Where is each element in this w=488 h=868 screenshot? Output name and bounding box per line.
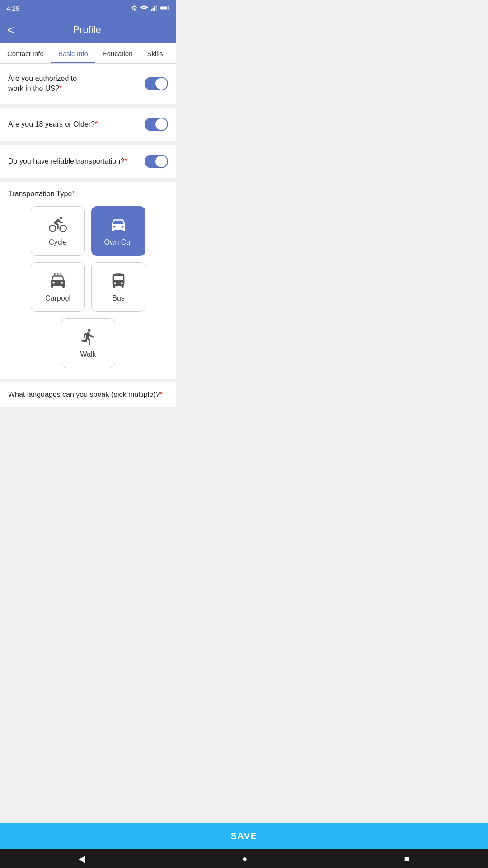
status-time: 4:28 (6, 5, 19, 12)
own-car-label: Own Car (104, 238, 132, 246)
svg-point-7 (54, 273, 56, 275)
transport-type-section: Transportation Type* Cycle Own Car (0, 182, 176, 379)
tab-basic-info[interactable]: Basic Info (51, 43, 95, 63)
svg-rect-6 (169, 7, 169, 9)
transportation-toggle-track (145, 155, 168, 168)
svg-point-9 (60, 273, 62, 275)
transport-carpool[interactable]: Carpool (31, 262, 85, 312)
languages-label: What languages can you speak (pick multi… (8, 391, 163, 398)
transportation-label: Do you have reliable transportation?* (8, 156, 127, 166)
tab-bar: Contact Info Basic Info Education Skills… (0, 43, 176, 64)
tab-skills[interactable]: Skills (140, 43, 170, 63)
svg-rect-5 (160, 7, 167, 10)
age-label: Are you 18 years or Older?* (8, 119, 98, 129)
age-row: Are you 18 years or Older?* (0, 108, 176, 141)
status-bar: 4:28 ⚙ (0, 0, 176, 16)
own-car-icon (107, 216, 130, 234)
authorized-toggle-thumb (155, 78, 167, 90)
cycle-label: Cycle (49, 238, 67, 246)
transport-own-car[interactable]: Own Car (91, 206, 145, 256)
tab-work-history[interactable]: Work History (170, 43, 177, 63)
settings-icon: ⚙ (131, 4, 137, 13)
languages-required: * (160, 391, 162, 398)
transport-cycle[interactable]: Cycle (31, 206, 85, 256)
authorized-row: Are you authorized towork in the US?* (0, 64, 176, 104)
transport-type-grid: Cycle Own Car Carpool (0, 200, 176, 379)
main-content: Are you authorized towork in the US?* Ar… (0, 64, 176, 443)
battery-icon (160, 5, 170, 11)
transport-type-required: * (72, 190, 75, 198)
transport-type-title: Transportation Type* (0, 182, 176, 200)
bus-label: Bus (112, 294, 125, 302)
svg-rect-3 (156, 5, 157, 11)
walk-icon (77, 328, 99, 346)
authorized-required-star: * (59, 85, 62, 92)
transportation-required-star: * (124, 157, 127, 165)
authorized-toggle-track (145, 77, 168, 90)
wifi-icon (140, 5, 148, 11)
back-button[interactable]: < (7, 23, 14, 37)
signal-icon (151, 5, 157, 11)
walk-label: Walk (80, 350, 96, 359)
svg-rect-1 (153, 8, 154, 11)
svg-rect-2 (154, 6, 155, 11)
transportation-toggle-thumb (155, 156, 167, 167)
languages-row: What languages can you speak (pick multi… (0, 382, 176, 407)
age-toggle-track (145, 118, 168, 131)
authorized-label: Are you authorized towork in the US?* (8, 74, 77, 94)
tab-contact-info[interactable]: Contact Info (0, 43, 51, 63)
age-toggle-thumb (155, 118, 167, 130)
authorized-toggle[interactable] (145, 77, 168, 90)
svg-point-8 (57, 273, 59, 275)
header: < Profile (0, 16, 176, 43)
svg-rect-0 (151, 9, 152, 11)
bus-icon (107, 272, 130, 290)
transport-walk[interactable]: Walk (61, 318, 115, 368)
transport-bus[interactable]: Bus (91, 262, 145, 312)
tab-education[interactable]: Education (95, 43, 140, 63)
carpool-icon (47, 272, 69, 290)
status-icons: ⚙ (131, 4, 170, 13)
age-toggle[interactable] (145, 118, 168, 131)
age-required-star: * (95, 120, 98, 128)
cycle-icon (47, 216, 69, 234)
page-title: Profile (21, 24, 169, 36)
carpool-label: Carpool (45, 294, 70, 302)
transportation-row: Do you have reliable transportation?* (0, 145, 176, 178)
transportation-toggle[interactable] (145, 155, 168, 168)
